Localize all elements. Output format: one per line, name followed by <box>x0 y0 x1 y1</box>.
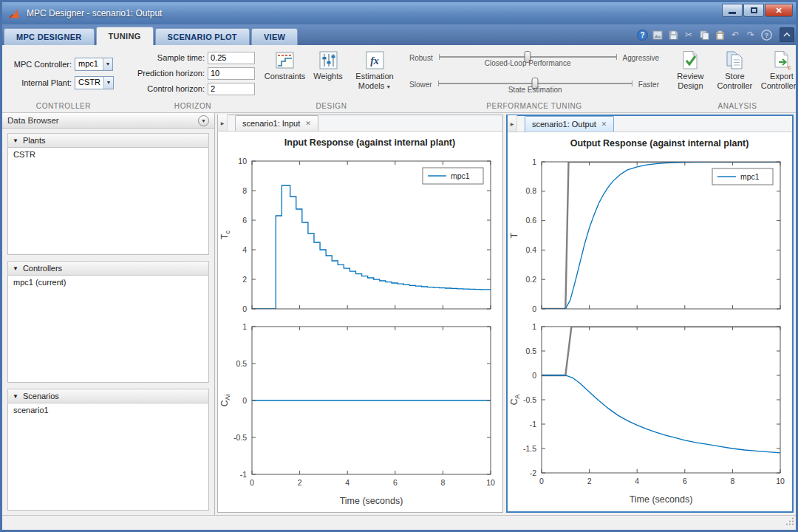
svg-text:2: 2 <box>242 275 247 284</box>
plants-section: ▼ Plants CSTR <box>2 129 214 256</box>
window-controls: ✕ <box>722 4 793 17</box>
list-item-mpc1[interactable]: mpc1 (current) <box>8 276 208 289</box>
constraints-button[interactable]: Constraints <box>264 49 306 83</box>
weights-button[interactable]: Weights <box>307 49 349 83</box>
quick-access-toolbar: ? ✂ ↶ ↷ ? <box>299 27 794 45</box>
list-item-cstr[interactable]: CSTR <box>8 148 208 161</box>
resize-grip[interactable] <box>785 515 794 528</box>
copy-icon[interactable] <box>698 28 711 41</box>
review-design-icon <box>681 50 700 70</box>
section-label-horizon: HORIZON <box>125 101 261 112</box>
help-docs-icon[interactable]: ? <box>760 28 773 41</box>
input-response-figure: Input Response (against internal plant) … <box>218 132 502 512</box>
output-t-chart: 00.20.40.60.81Tmpc1 <box>508 154 789 319</box>
slider-left-label: Slower <box>409 81 432 89</box>
document-tabbar: ▶ scenario1: Input ✕ <box>218 115 502 132</box>
chevron-down-icon: ▼ <box>103 77 113 89</box>
controllers-section: ▼ Controllers mpc1 (current) <box>2 256 214 384</box>
data-browser-actions-button[interactable]: ▼ <box>198 115 209 126</box>
tab-tuning[interactable]: TUNING <box>96 27 154 45</box>
collapse-ribbon-icon[interactable] <box>780 27 794 42</box>
ribbon: MPC Controller: mpc1▼ Internal Plant: CS… <box>2 45 796 113</box>
close-tab-icon[interactable]: ✕ <box>305 120 311 127</box>
svg-text:1: 1 <box>242 321 247 330</box>
scenarios-section-header[interactable]: ▼ Scenarios <box>7 389 209 403</box>
list-item-scenario1[interactable]: scenario1 <box>8 403 208 417</box>
redo-icon[interactable]: ↷ <box>744 28 757 41</box>
toolstrip-tabbar: MPC DESIGNER TUNING SCENARIO PLOT VIEW ?… <box>2 24 796 45</box>
svg-text:?: ? <box>764 32 768 39</box>
mpc-controller-dropdown[interactable]: mpc1▼ <box>75 58 113 71</box>
prediction-horizon-input[interactable] <box>208 67 255 80</box>
data-browser-panel: Data Browser ▼ ▼ Plants CSTR ▼ Controlle… <box>2 113 215 515</box>
tab-scenario-plot[interactable]: SCENARIO PLOT <box>155 28 250 45</box>
svg-text:0.6: 0.6 <box>525 216 536 225</box>
help-icon[interactable]: ? <box>635 28 649 41</box>
maximize-button[interactable] <box>743 4 764 17</box>
svg-text:0.5: 0.5 <box>525 346 536 355</box>
internal-plant-dropdown[interactable]: CSTR▼ <box>75 76 114 89</box>
state-estimation-slider[interactable]: State Estimation <box>438 76 632 92</box>
section-analysis: Review Design Store Controller c Export … <box>666 45 798 112</box>
chevron-down-icon: ▼ <box>386 84 391 89</box>
section-controller: MPC Controller: mpc1▼ Internal Plant: CS… <box>2 45 125 112</box>
control-horizon-input[interactable] <box>208 83 255 95</box>
section-horizon: Sample time: Prediction horizon: Control… <box>125 45 261 112</box>
export-controller-icon: c <box>772 50 792 70</box>
close-button[interactable]: ✕ <box>765 4 793 17</box>
svg-text:2: 2 <box>298 478 302 487</box>
figure-title: Output Response (against internal plant) <box>519 132 798 154</box>
collapse-triangle-icon: ▼ <box>13 393 18 400</box>
save-icon[interactable] <box>666 28 680 41</box>
sample-time-input[interactable] <box>208 52 255 64</box>
screenshot-icon[interactable] <box>651 28 664 41</box>
tab-overflow-button[interactable]: ▶ <box>218 115 228 131</box>
estimation-models-button[interactable]: fx Estimation Models▼ <box>350 49 399 92</box>
review-design-button[interactable]: Review Design <box>669 49 712 92</box>
store-controller-button[interactable]: Store Controller <box>713 49 757 92</box>
undo-icon[interactable]: ↶ <box>729 28 742 41</box>
doc-tab-scenario1-input[interactable]: scenario1: Input ✕ <box>235 115 318 131</box>
svg-text:?: ? <box>640 31 644 39</box>
svg-text:0: 0 <box>532 304 536 313</box>
svg-text:4: 4 <box>635 477 639 485</box>
close-tab-icon[interactable]: ✕ <box>601 120 607 128</box>
main-area: Data Browser ▼ ▼ Plants CSTR ▼ Controlle… <box>2 113 796 515</box>
svg-text:-1: -1 <box>530 419 536 428</box>
svg-text:0.2: 0.2 <box>525 275 536 284</box>
titlebar: MPC Designer - scenario1: Output ✕ <box>2 2 796 24</box>
input-cai-chart: -1-0.500.510246810CAiTime (seconds) <box>218 319 499 513</box>
svg-text:fx: fx <box>370 55 379 66</box>
controllers-section-header[interactable]: ▼ Controllers <box>7 261 209 276</box>
svg-text:0.8: 0.8 <box>525 186 536 195</box>
closed-loop-performance-slider[interactable]: Closed-Loop Performance <box>439 50 617 66</box>
data-browser-header: Data Browser ▼ <box>2 113 214 129</box>
sample-time-label: Sample time: <box>131 53 205 62</box>
paste-icon[interactable] <box>713 28 726 41</box>
doc-tab-scenario1-output[interactable]: scenario1: Output ✕ <box>525 116 614 132</box>
document-scenario1-output: ▶ scenario1: Output ✕ Output Response (a… <box>506 115 794 513</box>
plants-section-header[interactable]: ▼ Plants <box>7 133 209 148</box>
minimize-button[interactable] <box>722 4 743 17</box>
svg-text:Time (seconds): Time (seconds) <box>630 494 693 505</box>
tab-overflow-button[interactable]: ▶ <box>508 115 517 132</box>
tab-mpc-designer[interactable]: MPC DESIGNER <box>4 28 95 45</box>
export-controller-button[interactable]: c Export Controller▼ <box>758 49 798 92</box>
svg-text:-0.5: -0.5 <box>523 395 536 403</box>
slider-caption: State Estimation <box>438 86 632 94</box>
output-ca-chart: -2-1.5-1-0.500.510246810CATime (seconds) <box>508 319 789 511</box>
slider-caption: Closed-Loop Performance <box>439 59 617 67</box>
svg-text:8: 8 <box>730 477 734 485</box>
svg-text:Time (seconds): Time (seconds) <box>340 496 403 506</box>
internal-plant-label: Internal Plant: <box>8 78 72 87</box>
mpc-controller-label: MPC Controller: <box>8 60 72 69</box>
mpc-designer-window: MPC Designer - scenario1: Output ✕ MPC D… <box>0 0 798 532</box>
svg-text:4: 4 <box>345 478 349 487</box>
section-performance-tuning: Robust Closed-Loop Performance Aggressiv… <box>402 45 666 112</box>
prediction-horizon-label: Prediction horizon: <box>131 69 205 78</box>
svg-text:1: 1 <box>532 321 536 330</box>
tab-view[interactable]: VIEW <box>251 28 298 45</box>
cut-icon[interactable]: ✂ <box>682 28 695 41</box>
data-browser-title: Data Browser <box>7 116 59 125</box>
svg-text:-2: -2 <box>530 468 536 477</box>
